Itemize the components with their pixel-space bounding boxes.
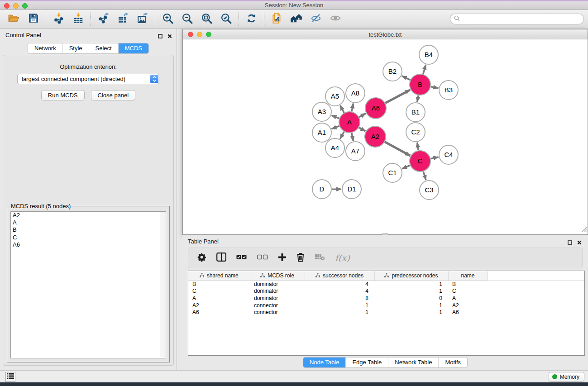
network-graph-svg[interactable]: B4B2BB3A8A5A6A3B1AC2A1A2A4A7C4CC1DD1C3 xyxy=(183,39,588,234)
tab-edge-table[interactable]: Edge Table xyxy=(345,357,388,367)
cell-shared-name[interactable]: B xyxy=(188,281,250,288)
graph-edge-A-A3[interactable] xyxy=(332,115,339,118)
cell-name[interactable]: A2 xyxy=(448,302,488,309)
cell-shared-name[interactable]: C xyxy=(188,288,250,295)
zoom-selected-button[interactable] xyxy=(216,11,236,27)
table-options-button[interactable] xyxy=(197,253,206,264)
mcds-result-item[interactable]: A xyxy=(11,219,166,226)
graph-node-A7[interactable]: A7 xyxy=(346,142,365,161)
hide-graphics-details-button[interactable] xyxy=(306,11,325,27)
graph-node-B3[interactable]: B3 xyxy=(439,81,458,100)
close-panel-button[interactable]: Close panel xyxy=(91,90,136,100)
function-builder-button[interactable]: f(x) xyxy=(335,253,350,263)
graph-node-C[interactable]: C xyxy=(410,151,430,172)
graph-node-D1[interactable]: D1 xyxy=(342,180,361,199)
table-row[interactable]: Adominator80A xyxy=(188,295,584,302)
cell-shared-name[interactable]: A2 xyxy=(188,302,250,309)
column-header-successor-nodes[interactable]: successor nodes xyxy=(305,271,374,281)
graph-node-A1[interactable]: A1 xyxy=(312,123,331,142)
network-window-titlebar[interactable]: testGlobe.txt xyxy=(183,29,588,39)
graph-edge-A-A7[interactable] xyxy=(352,133,354,141)
cell-successor-nodes[interactable]: 8 xyxy=(305,295,374,302)
graph-node-B1[interactable]: B1 xyxy=(406,103,425,122)
tab-node-table[interactable]: Node Table xyxy=(303,357,346,367)
graph-edge-C-C1[interactable] xyxy=(402,165,410,169)
graph-node-A[interactable]: A xyxy=(339,112,360,133)
tab-network-table[interactable]: Network Table xyxy=(388,357,438,367)
cell-predecessor-nodes[interactable]: 0 xyxy=(374,295,448,302)
float-panel-icon[interactable] xyxy=(158,32,163,40)
import-table-button[interactable] xyxy=(68,11,88,27)
run-mcds-button[interactable]: Run MCDS xyxy=(41,90,85,100)
task-history-button[interactable] xyxy=(5,372,15,382)
column-header-shared-name[interactable]: shared name xyxy=(188,271,250,281)
graph-node-C3[interactable]: C3 xyxy=(420,181,439,200)
close-panel-icon[interactable] xyxy=(577,238,582,247)
mcds-result-item[interactable]: C xyxy=(11,234,166,241)
cell-successor-nodes[interactable]: 1 xyxy=(305,302,374,309)
resize-grip-icon[interactable] xyxy=(581,226,587,234)
graph-node-A2[interactable]: A2 xyxy=(365,126,386,147)
graph-node-B[interactable]: B xyxy=(410,74,430,95)
cell-mcds-role[interactable]: dominator xyxy=(250,288,305,295)
zoom-out-button[interactable] xyxy=(177,11,197,27)
tab-network[interactable]: Network xyxy=(28,43,62,53)
cell-mcds-role[interactable]: dominator xyxy=(250,281,305,288)
graph-node-A8[interactable]: A8 xyxy=(346,84,365,103)
delete-column-button[interactable] xyxy=(296,253,305,264)
cell-name[interactable]: A xyxy=(448,295,488,302)
zoom-fit-button[interactable] xyxy=(197,11,216,27)
graph-edge-C-C4[interactable] xyxy=(430,157,438,159)
float-panel-icon[interactable] xyxy=(568,238,572,247)
cell-successor-nodes[interactable]: 4 xyxy=(305,288,374,295)
cell-mcds-role[interactable]: connector xyxy=(250,302,305,309)
vertical-splitter-handle[interactable] xyxy=(179,194,182,203)
cell-successor-nodes[interactable]: 1 xyxy=(305,309,374,316)
mcds-result-item[interactable]: A6 xyxy=(11,241,166,248)
table-row[interactable]: Cdominator41C xyxy=(188,288,584,295)
clone-network-button[interactable] xyxy=(267,11,287,27)
delete-table-button[interactable] xyxy=(315,253,325,262)
graph-edge-B-B3[interactable] xyxy=(431,86,439,88)
table-row[interactable]: Bdominator41B xyxy=(188,281,584,288)
cell-successor-nodes[interactable]: 4 xyxy=(305,281,374,288)
export-network-button[interactable] xyxy=(94,11,113,27)
zoom-in-button[interactable] xyxy=(158,11,177,27)
column-header-mcds-role[interactable]: MCDS role xyxy=(250,271,305,281)
cell-mcds-role[interactable]: connector xyxy=(250,309,305,316)
cell-mcds-role[interactable]: dominator xyxy=(250,295,305,302)
column-header-predecessor-nodes[interactable]: predecessor nodes xyxy=(374,271,448,281)
graph-node-D[interactable]: D xyxy=(312,180,331,199)
cell-name[interactable]: A6 xyxy=(448,309,488,316)
graph-node-B2[interactable]: B2 xyxy=(383,62,402,81)
search-input[interactable] xyxy=(462,16,580,23)
show-columns-button[interactable] xyxy=(216,253,226,263)
cell-predecessor-nodes[interactable]: 1 xyxy=(374,302,448,309)
graph-edge-C-C2[interactable] xyxy=(417,143,419,151)
export-table-button[interactable] xyxy=(113,11,133,27)
tab-mcds[interactable]: MCDS xyxy=(118,43,148,53)
refresh-button[interactable] xyxy=(242,11,261,27)
close-panel-icon[interactable] xyxy=(167,32,172,40)
tab-motifs[interactable]: Motifs xyxy=(438,357,467,367)
show-view-button[interactable] xyxy=(325,11,345,27)
graph-edge-A2-C[interactable] xyxy=(385,142,410,156)
mcds-result-list[interactable]: A2ABCA6 xyxy=(10,211,166,358)
result-scrollbar[interactable] xyxy=(160,212,166,358)
graph-node-C2[interactable]: C2 xyxy=(406,123,425,142)
cell-predecessor-nodes[interactable]: 1 xyxy=(374,281,448,288)
search-field[interactable] xyxy=(450,14,584,24)
select-all-button[interactable] xyxy=(236,254,247,262)
graph-edge-A6-B[interactable] xyxy=(385,90,410,103)
import-network-button[interactable] xyxy=(49,11,68,27)
graph-edge-A-A6[interactable] xyxy=(359,114,366,117)
graph-edge-C-C3[interactable] xyxy=(423,172,426,180)
graph-edge-B-B4[interactable] xyxy=(423,65,426,74)
graph-edge-A-A1[interactable] xyxy=(332,126,339,129)
table-row[interactable]: A2connector11A2 xyxy=(188,302,584,309)
cell-name[interactable]: C xyxy=(448,288,488,295)
criterion-dropdown[interactable]: largest connected component (directed) xyxy=(17,74,159,84)
mcds-result-item[interactable]: A2 xyxy=(11,212,166,219)
table-row[interactable]: A6connector11A6 xyxy=(188,309,584,316)
add-column-button[interactable] xyxy=(278,253,287,263)
